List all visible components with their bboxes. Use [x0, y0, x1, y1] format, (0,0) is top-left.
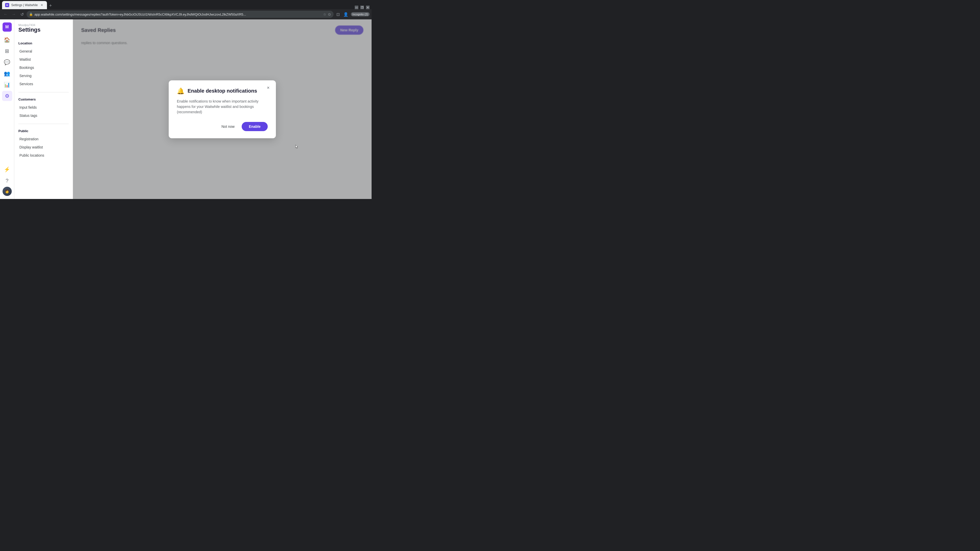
nav-group-customers: Customers Input fields Status tags: [14, 94, 73, 123]
extension-icon[interactable]: ⊙: [328, 12, 331, 16]
nav-item-serving[interactable]: Serving: [15, 72, 72, 80]
home-icon-btn[interactable]: 🏠: [2, 35, 12, 45]
chart-icon: 📊: [4, 82, 10, 88]
dialog-close-button[interactable]: ×: [265, 84, 272, 92]
nav-divider-1: [18, 92, 68, 92]
nav-item-general[interactable]: General: [15, 47, 72, 56]
tabs-bar: M Settings | Waitwhile ✕ + — ❐ ✕: [0, 0, 372, 9]
extensions-button[interactable]: ⊡: [334, 11, 342, 18]
nav-divider-2: [18, 124, 68, 124]
dialog-title: Enable desktop notifications: [188, 88, 257, 94]
tab-favicon: M: [5, 3, 9, 7]
reload-button[interactable]: ↺: [18, 11, 25, 18]
people-icon-btn[interactable]: 👥: [2, 68, 12, 79]
toolbar-right: ⊡ 👤 Incognito (2): [334, 11, 369, 18]
profile-button[interactable]: 👤: [342, 11, 349, 18]
home-icon: 🏠: [4, 37, 10, 43]
nav-item-waitlist[interactable]: Waitlist: [15, 56, 72, 64]
icon-sidebar: M 🏠 ⊞ 💬 👥 📊 ⚙ ⚡ ? 🧑: [0, 19, 14, 199]
brand-logo[interactable]: M: [3, 22, 12, 32]
nav-item-display-waitlist[interactable]: Display waitlist: [15, 143, 72, 151]
bolt-icon: ⚡: [4, 166, 10, 172]
dialog-footer: Not now Enable: [177, 122, 268, 131]
bolt-icon-btn[interactable]: ⚡: [2, 164, 12, 175]
settings-icon-btn[interactable]: ⚙: [2, 91, 12, 101]
notification-dialog: 🔔 Enable desktop notifications × Enable …: [169, 80, 276, 138]
modal-overlay: 🔔 Enable desktop notifications × Enable …: [73, 19, 372, 199]
not-now-button[interactable]: Not now: [218, 122, 238, 130]
chat-icon: 💬: [4, 59, 10, 65]
enable-button[interactable]: Enable: [242, 122, 268, 131]
url-text: app.waitwhile.com/settings/messages/repl…: [35, 13, 321, 16]
help-icon: ?: [6, 178, 8, 184]
back-button[interactable]: ←: [2, 11, 9, 18]
nav-item-status-tags[interactable]: Status tags: [15, 111, 72, 120]
bookmark-icon[interactable]: ☆: [323, 12, 326, 16]
nav-group-location: Location General Waitlist Bookings Servi…: [14, 37, 73, 91]
people-icon: 👥: [4, 70, 10, 76]
tab-close-btn[interactable]: ✕: [40, 3, 44, 7]
new-tab-button[interactable]: +: [47, 2, 54, 9]
nav-header: Moodjoy7434 Settings: [14, 24, 73, 37]
close-window-button[interactable]: ✕: [366, 6, 369, 9]
tab-label: Settings | Waitwhile: [11, 3, 38, 7]
settings-title: Settings: [18, 27, 68, 33]
address-bar-row: ← → ↺ 🔒 app.waitwhile.com/settings/messa…: [0, 9, 372, 19]
active-tab[interactable]: M Settings | Waitwhile ✕: [2, 1, 47, 9]
dialog-header: 🔔 Enable desktop notifications: [177, 87, 268, 95]
grid-icon-btn[interactable]: ⊞: [2, 46, 12, 56]
avatar-image: 🧑: [3, 187, 12, 196]
incognito-badge: Incognito (2): [351, 12, 369, 16]
public-group-label: Public: [14, 128, 73, 135]
nav-sidebar: Moodjoy7434 Settings Location General Wa…: [14, 19, 73, 199]
nav-item-registration[interactable]: Registration: [15, 135, 72, 143]
minimize-button[interactable]: —: [355, 6, 358, 9]
chat-icon-btn[interactable]: 💬: [2, 57, 12, 67]
brand-name: Moodjoy7434: [18, 24, 68, 27]
user-avatar[interactable]: 🧑: [3, 187, 12, 196]
grid-icon: ⊞: [5, 48, 9, 54]
settings-icon: ⚙: [5, 93, 10, 99]
nav-item-public-locations[interactable]: Public locations: [15, 151, 72, 159]
address-bar[interactable]: 🔒 app.waitwhile.com/settings/messages/re…: [27, 11, 334, 18]
restore-button[interactable]: ❐: [360, 6, 364, 9]
nav-item-services[interactable]: Services: [15, 80, 72, 88]
customers-group-label: Customers: [14, 97, 73, 103]
forward-button[interactable]: →: [10, 11, 18, 18]
bell-icon: 🔔: [177, 87, 185, 95]
help-icon-btn[interactable]: ?: [2, 176, 12, 186]
nav-group-public: Public Registration Display waitlist Pub…: [14, 125, 73, 162]
app-wrapper: M 🏠 ⊞ 💬 👥 📊 ⚙ ⚡ ? 🧑 Moodj: [0, 19, 372, 199]
dialog-body-text: Enable notifications to know when import…: [177, 99, 268, 115]
nav-item-input-fields[interactable]: Input fields: [15, 103, 72, 111]
lock-icon: 🔒: [29, 13, 33, 16]
location-group-label: Location: [14, 40, 73, 47]
nav-item-bookings[interactable]: Bookings: [15, 64, 72, 72]
browser-chrome: M Settings | Waitwhile ✕ + — ❐ ✕ ← → ↺ 🔒…: [0, 0, 372, 19]
chart-icon-btn[interactable]: 📊: [2, 79, 12, 90]
main-content: Saved Replies New Reply replies to commo…: [73, 19, 372, 199]
